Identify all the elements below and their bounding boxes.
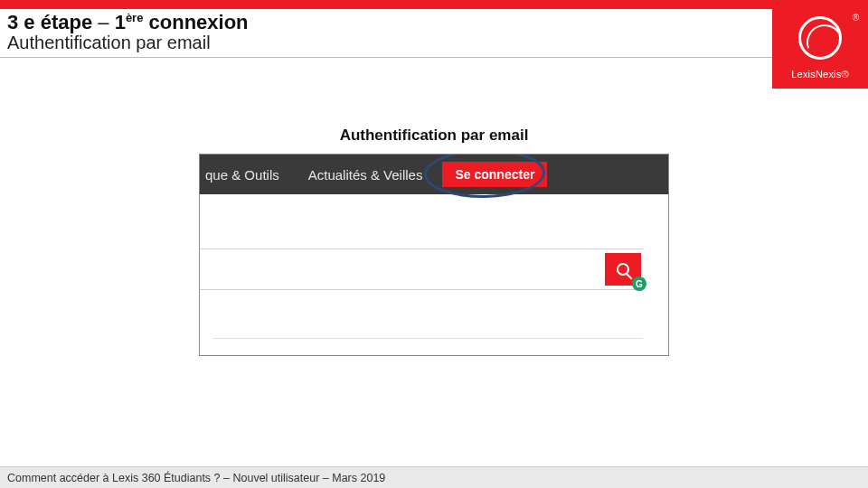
title-part2-post: connexion — [143, 11, 248, 33]
divider-line — [212, 338, 643, 339]
slide-header: 3 e étape – 1ère connexion Authentificat… — [0, 9, 868, 89]
title-part2-sup: ère — [126, 11, 144, 24]
top-accent-bar — [0, 0, 868, 9]
slide-footer: Comment accéder à Lexis 360 Étudiants ? … — [0, 466, 868, 488]
grammarly-badge-icon: G — [632, 277, 646, 291]
nav-item-tools-truncated[interactable]: que & Outils — [200, 167, 294, 183]
brand-name-text: LexisNexis — [791, 69, 841, 80]
section-heading: Authentification par email — [0, 127, 868, 145]
title-step: 3 e étape — [7, 11, 92, 33]
title-dash: – — [92, 11, 114, 33]
nav-item-news[interactable]: Actualités & Veilles — [294, 167, 438, 183]
brand-name: LexisNexis® — [772, 69, 868, 80]
registered-mark: ® — [853, 13, 859, 23]
embedded-screenshot: que & Outils Actualités & Veilles Se con… — [199, 154, 669, 356]
globe-icon — [798, 16, 842, 60]
app-nav-bar: que & Outils Actualités & Veilles Se con… — [200, 155, 668, 194]
title-part2-pre: 1 — [115, 11, 126, 33]
connect-button[interactable]: Se connecter — [442, 162, 547, 187]
brand-name-reg: ® — [841, 69, 848, 80]
search-button[interactable]: G — [605, 253, 641, 286]
header-text-block: 3 e étape – 1ère connexion Authentificat… — [0, 9, 772, 58]
search-icon — [617, 263, 629, 276]
footer-text: Comment accéder à Lexis 360 Étudiants ? … — [7, 472, 385, 484]
slide-title: 3 e étape – 1ère connexion — [7, 11, 772, 34]
search-row: G — [200, 249, 643, 290]
brand-logo-box: ® LexisNexis® — [772, 0, 868, 89]
slide-subtitle: Authentification par email — [7, 33, 772, 53]
